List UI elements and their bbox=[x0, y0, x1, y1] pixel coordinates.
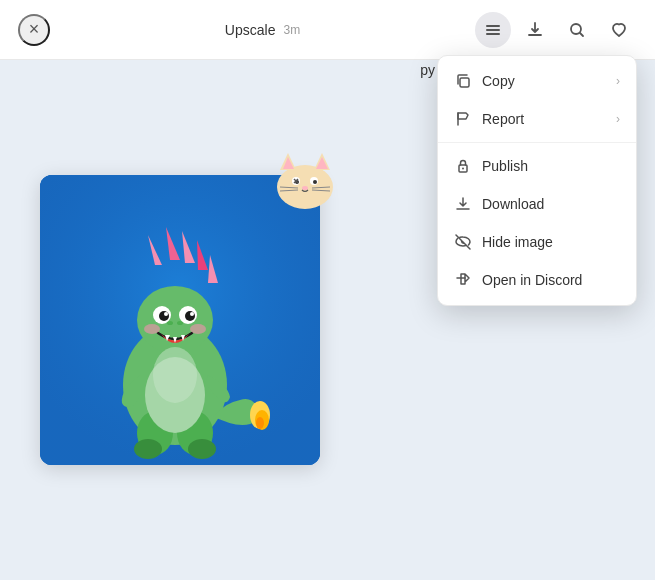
svg-rect-1 bbox=[486, 29, 500, 31]
menu-divider-1 bbox=[438, 142, 636, 143]
report-icon bbox=[454, 110, 472, 128]
discord-icon bbox=[454, 271, 472, 289]
dropdown-menu: Copy › Report › Publish bbox=[437, 55, 637, 306]
svg-rect-48 bbox=[460, 78, 469, 87]
search-button[interactable] bbox=[559, 12, 595, 48]
cat-illustration bbox=[270, 145, 340, 210]
image-card bbox=[40, 175, 320, 465]
menu-publish-label: Publish bbox=[482, 158, 620, 174]
top-bar: × Upscale 3m bbox=[0, 0, 655, 60]
svg-point-15 bbox=[302, 186, 308, 190]
close-button[interactable]: × bbox=[18, 14, 50, 46]
svg-point-33 bbox=[134, 439, 162, 459]
menu-item-copy[interactable]: Copy › bbox=[438, 62, 636, 100]
menu-copy-label: Copy bbox=[482, 73, 606, 89]
heart-icon bbox=[610, 21, 628, 39]
search-icon bbox=[568, 21, 586, 39]
svg-point-23 bbox=[137, 286, 213, 354]
menu-icon bbox=[484, 21, 502, 39]
top-bar-right bbox=[475, 12, 637, 48]
hide-icon bbox=[454, 233, 472, 251]
svg-point-47 bbox=[153, 347, 197, 403]
report-arrow-icon: › bbox=[616, 112, 620, 126]
svg-point-43 bbox=[144, 324, 160, 334]
download-icon bbox=[526, 21, 544, 39]
menu-item-publish[interactable]: Publish bbox=[438, 147, 636, 185]
copy-behind-text: py bbox=[420, 62, 435, 78]
upscale-label: Upscale bbox=[225, 22, 276, 38]
menu-report-label: Report bbox=[482, 111, 606, 127]
time-badge: 3m bbox=[283, 23, 300, 37]
svg-rect-2 bbox=[486, 33, 500, 35]
copy-icon bbox=[454, 72, 472, 90]
svg-point-46 bbox=[177, 321, 183, 325]
svg-point-42 bbox=[190, 312, 194, 316]
menu-discord-label: Open in Discord bbox=[482, 272, 620, 288]
menu-item-report[interactable]: Report › bbox=[438, 100, 636, 138]
menu-button[interactable] bbox=[475, 12, 511, 48]
top-bar-center: Upscale 3m bbox=[225, 22, 300, 38]
svg-point-12 bbox=[313, 180, 317, 184]
menu-item-download[interactable]: Download bbox=[438, 185, 636, 223]
download-header-button[interactable] bbox=[517, 12, 553, 48]
svg-point-39 bbox=[159, 311, 169, 321]
svg-point-41 bbox=[164, 312, 168, 316]
svg-point-31 bbox=[256, 417, 264, 429]
copy-arrow-icon: › bbox=[616, 74, 620, 88]
menu-download-icon bbox=[454, 195, 472, 213]
close-icon: × bbox=[29, 19, 40, 40]
menu-download-label: Download bbox=[482, 196, 620, 212]
like-button[interactable] bbox=[601, 12, 637, 48]
svg-point-40 bbox=[185, 311, 195, 321]
svg-point-44 bbox=[190, 324, 206, 334]
image-card-inner bbox=[40, 175, 320, 465]
menu-hide-label: Hide image bbox=[482, 234, 620, 250]
svg-rect-0 bbox=[486, 25, 500, 27]
menu-item-hide[interactable]: Hide image bbox=[438, 223, 636, 261]
menu-item-discord[interactable]: Open in Discord bbox=[438, 261, 636, 299]
publish-icon bbox=[454, 157, 472, 175]
svg-point-45 bbox=[167, 321, 173, 325]
svg-point-51 bbox=[462, 168, 464, 170]
svg-point-35 bbox=[188, 439, 216, 459]
